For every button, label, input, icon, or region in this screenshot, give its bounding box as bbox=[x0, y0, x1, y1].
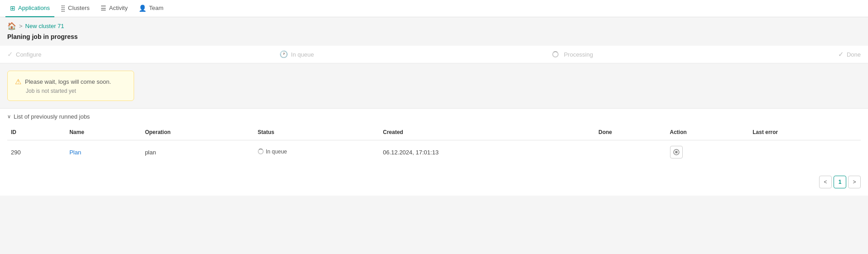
step-in-queue-label: In queue bbox=[291, 51, 314, 58]
step-done: ✓ Done bbox=[825, 50, 861, 58]
alert-warning-icon: ⚠ bbox=[15, 77, 21, 86]
home-icon[interactable]: 🏠 bbox=[7, 22, 16, 30]
breadcrumb-separator: > bbox=[19, 23, 23, 29]
cell-operation: plan bbox=[141, 140, 254, 164]
cell-name: Plan bbox=[66, 140, 141, 164]
table-row: 290 Plan plan In queue 06.12.2024, 17:01… bbox=[7, 140, 861, 164]
alert-box: ⚠ Please wait, logs will come soon. Job … bbox=[7, 71, 134, 101]
cell-action bbox=[666, 140, 749, 164]
alert-header: ⚠ Please wait, logs will come soon. bbox=[15, 77, 126, 86]
pagination-page-1[interactable]: 1 bbox=[834, 176, 846, 188]
status-spinner-icon bbox=[258, 149, 264, 154]
configure-check-icon: ✓ bbox=[7, 50, 13, 58]
step-processing: Processing bbox=[552, 51, 825, 58]
col-action: Action bbox=[666, 125, 749, 140]
cell-id: 290 bbox=[7, 140, 66, 164]
stop-button[interactable] bbox=[670, 146, 683, 158]
step-in-queue: 🕐 In queue bbox=[280, 50, 552, 58]
pagination-prev[interactable]: < bbox=[819, 176, 832, 188]
nav-item-clusters[interactable]: ⣿ Clusters bbox=[56, 0, 94, 17]
status-text: In queue bbox=[266, 149, 287, 155]
cell-status: In queue bbox=[254, 140, 379, 164]
step-done-label: Done bbox=[847, 51, 861, 58]
svg-rect-1 bbox=[675, 151, 677, 153]
col-id: ID bbox=[7, 125, 66, 140]
done-check-icon: ✓ bbox=[838, 50, 844, 58]
col-done: Done bbox=[595, 125, 666, 140]
table-header-row: ID Name Operation Status Created Done Ac… bbox=[7, 125, 861, 140]
alert-title: Please wait, logs will come soon. bbox=[25, 78, 111, 85]
chevron-down-icon: ∨ bbox=[7, 114, 11, 120]
nav-item-activity[interactable]: ☰ Activity bbox=[96, 0, 132, 17]
jobs-table: ID Name Operation Status Created Done Ac… bbox=[7, 125, 861, 164]
step-configure: ✓ Configure bbox=[7, 50, 280, 58]
cell-last-error bbox=[749, 140, 861, 164]
section-label: List of previously runned jobs bbox=[14, 113, 90, 120]
breadcrumb: 🏠 > New cluster 71 bbox=[0, 17, 868, 32]
alert-subtitle: Job is not started yet bbox=[15, 88, 126, 94]
cell-created: 06.12.2024, 17:01:13 bbox=[379, 140, 595, 164]
col-last-error: Last error bbox=[749, 125, 861, 140]
clusters-icon: ⣿ bbox=[61, 5, 65, 12]
grid-icon: ⊞ bbox=[10, 5, 15, 12]
step-configure-label: Configure bbox=[16, 51, 41, 58]
col-name: Name bbox=[66, 125, 141, 140]
pagination-next[interactable]: > bbox=[848, 176, 861, 188]
step-processing-label: Processing bbox=[564, 51, 593, 58]
team-icon: 👤 bbox=[139, 5, 146, 12]
in-queue-clock-icon: 🕐 bbox=[280, 50, 288, 58]
nav-bar: ⊞ Applications ⣿ Clusters ☰ Activity 👤 T… bbox=[0, 0, 868, 17]
col-operation: Operation bbox=[141, 125, 254, 140]
col-status: Status bbox=[254, 125, 379, 140]
steps-bar: ✓ Configure 🕐 In queue Processing ✓ Done bbox=[0, 46, 868, 63]
processing-spinner-icon bbox=[552, 51, 559, 58]
page-title: Planing job in progress bbox=[0, 32, 868, 46]
pagination: < 1 > bbox=[0, 171, 868, 196]
col-created: Created bbox=[379, 125, 595, 140]
previously-run-jobs-section[interactable]: ∨ List of previously runned jobs bbox=[0, 108, 868, 125]
nav-item-applications[interactable]: ⊞ Applications bbox=[5, 0, 54, 17]
nav-item-team[interactable]: 👤 Team bbox=[134, 0, 168, 17]
stop-icon bbox=[673, 149, 680, 155]
jobs-table-wrapper: ID Name Operation Status Created Done Ac… bbox=[0, 125, 868, 171]
activity-icon: ☰ bbox=[101, 5, 106, 12]
cell-done bbox=[595, 140, 666, 164]
breadcrumb-link[interactable]: New cluster 71 bbox=[25, 23, 64, 29]
